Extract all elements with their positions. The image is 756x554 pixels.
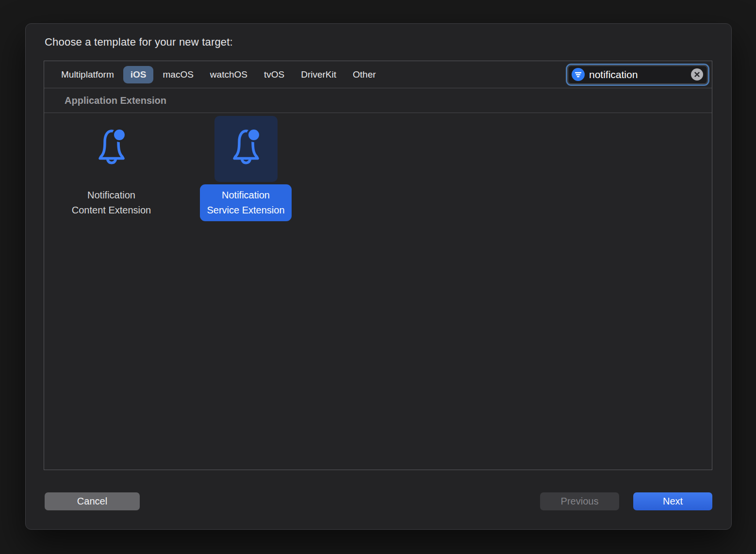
search-field-inner: [568, 65, 707, 84]
tab-tvos[interactable]: tvOS: [257, 66, 292, 83]
template-label-selected: Notification Service Extension: [200, 184, 291, 221]
section-header-application-extension: Application Extension: [44, 88, 712, 113]
desktop-background: { "dialog": { "title": "Choose a templat…: [0, 0, 756, 554]
previous-button[interactable]: Previous: [540, 492, 619, 510]
platform-tab-bar: Multiplatform iOS macOS watchOS tvOS Dri…: [44, 61, 712, 88]
new-target-template-dialog: Choose a template for your new target: M…: [25, 23, 732, 530]
template-label: Notification Content Extension: [65, 184, 158, 221]
tab-driverkit[interactable]: DriverKit: [294, 66, 344, 83]
next-button[interactable]: Next: [633, 492, 712, 510]
tab-ios[interactable]: iOS: [123, 66, 154, 83]
bell-badge-icon: [92, 126, 131, 172]
platform-tabs: Multiplatform iOS macOS watchOS tvOS Dri…: [54, 66, 566, 83]
template-notification-content-extension[interactable]: Notification Content Extension: [44, 116, 179, 221]
tab-multiplatform[interactable]: Multiplatform: [54, 66, 121, 83]
clear-search-icon[interactable]: [691, 68, 703, 81]
tab-other[interactable]: Other: [345, 66, 383, 83]
dialog-title: Choose a template for your new target:: [45, 36, 233, 49]
template-icon-tile-selected: [214, 116, 278, 182]
template-notification-service-extension[interactable]: Notification Service Extension: [179, 116, 313, 221]
template-search-field[interactable]: [566, 64, 709, 86]
cancel-button[interactable]: Cancel: [45, 492, 140, 510]
template-grid: Notification Content Extension Notif: [44, 113, 712, 221]
template-chooser-panel: Multiplatform iOS macOS watchOS tvOS Dri…: [44, 61, 712, 470]
filter-icon[interactable]: [572, 68, 585, 81]
template-icon-tile: [80, 116, 143, 182]
tab-macos[interactable]: macOS: [155, 66, 200, 83]
search-input[interactable]: [589, 69, 687, 81]
tab-watchos[interactable]: watchOS: [203, 66, 255, 83]
bell-badge-icon: [226, 126, 266, 172]
